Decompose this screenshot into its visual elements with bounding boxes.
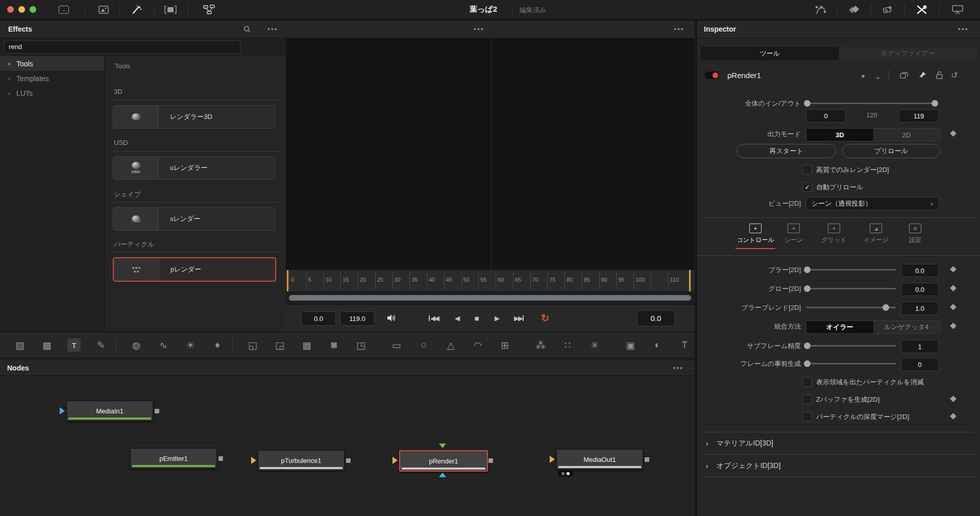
- image-plane3d-icon[interactable]: ▣: [621, 337, 640, 353]
- version-dot-icon[interactable]: ●: [861, 72, 865, 80]
- inout-range-slider[interactable]: [806, 103, 938, 104]
- hiq-checkbox[interactable]: [802, 165, 812, 175]
- preroll-button[interactable]: プリロール: [842, 144, 940, 158]
- shape3d-icon[interactable]: ◐: [648, 337, 667, 353]
- tool-urenderer[interactable]: USD uレンダラー: [113, 156, 275, 180]
- integration-euler[interactable]: オイラー: [806, 321, 873, 333]
- background-icon[interactable]: ▨: [10, 337, 30, 353]
- node-pturbulence1[interactable]: pTurbulence1: [258, 450, 345, 471]
- bspline-mask-icon[interactable]: ◠: [468, 337, 487, 353]
- chevron-down-icon[interactable]: ⌄: [874, 71, 881, 81]
- node-output-port[interactable]: [218, 456, 224, 461]
- reset-icon[interactable]: ↺: [951, 70, 958, 80]
- tab-tools[interactable]: ツール: [701, 47, 839, 60]
- pmerge-icon[interactable]: ∷: [558, 337, 577, 353]
- tab-controls[interactable]: ✦ コントロール: [733, 224, 777, 249]
- hue-curves-icon[interactable]: ♦: [208, 337, 227, 353]
- range-out-field[interactable]: 119.0: [340, 311, 375, 326]
- search-icon[interactable]: [243, 25, 251, 33]
- current-frame-field[interactable]: 0.0: [637, 310, 675, 326]
- go-to-start-button[interactable]: ◀◀: [423, 311, 444, 325]
- subframe-slider[interactable]: [806, 345, 896, 347]
- loop-button[interactable]: ↻: [536, 311, 554, 325]
- restart-button[interactable]: 再スタート: [737, 144, 836, 158]
- interface-layout-icon[interactable]: ⌄: [54, 4, 74, 16]
- viewer2-options-menu[interactable]: •••: [674, 25, 684, 33]
- inspector-toggle-icon[interactable]: [912, 4, 932, 16]
- slider-handle[interactable]: [804, 266, 811, 273]
- keyframe-icon[interactable]: [950, 396, 957, 402]
- blur-blend-slider[interactable]: [806, 307, 896, 308]
- node-bottom-port[interactable]: [439, 473, 446, 477]
- range-end-handle[interactable]: [932, 100, 938, 107]
- pemitter-icon[interactable]: ⁂: [531, 337, 550, 353]
- viewer1-options-menu[interactable]: •••: [474, 25, 484, 33]
- effects-options-menu[interactable]: •••: [267, 25, 278, 33]
- integration-rk4[interactable]: ルンゲクッタ4: [873, 321, 940, 333]
- zoom-window-button[interactable]: [30, 6, 36, 13]
- node-pemitter1[interactable]: pEmitter1: [130, 448, 217, 469]
- pregenerate-slider[interactable]: [806, 363, 896, 364]
- timeline-ruler[interactable]: 0510152025303540455055606570758085909510…: [286, 269, 694, 292]
- copy-settings-icon[interactable]: [900, 71, 908, 79]
- color-matte-icon[interactable]: ◙: [324, 337, 344, 353]
- range-end-field[interactable]: 119: [899, 109, 939, 122]
- node-prender1[interactable]: pRender1: [399, 450, 488, 472]
- keyframes-editor-icon[interactable]: [845, 4, 865, 16]
- tool-srender[interactable]: sレンダー: [113, 207, 275, 231]
- lock-icon[interactable]: [936, 71, 943, 79]
- output-mode-3d[interactable]: 3D: [806, 129, 873, 141]
- node-top-port[interactable]: [439, 444, 446, 448]
- fast-noise-icon[interactable]: ▩: [37, 337, 57, 353]
- node-mediaout1[interactable]: MediaOut1: [556, 449, 643, 470]
- glow2d-field[interactable]: 0.0: [901, 283, 939, 296]
- transform-icon[interactable]: ◳: [351, 337, 371, 353]
- node-graph[interactable]: MediaIn1pEmitter1pTurbulence1pRender1Med…: [0, 376, 694, 516]
- kill-particles-checkbox[interactable]: [802, 377, 812, 387]
- viewer-left[interactable]: [286, 38, 694, 269]
- node-output-port[interactable]: [346, 458, 351, 463]
- effects-library-icon[interactable]: [127, 4, 147, 16]
- clips-icon[interactable]: [160, 4, 181, 16]
- zbuffer-checkbox[interactable]: [802, 395, 812, 404]
- merge-icon[interactable]: ◱: [243, 337, 262, 353]
- blur2d-field[interactable]: 0.0: [901, 264, 939, 277]
- depth-merge-checkbox[interactable]: [802, 412, 812, 422]
- channel-booleans-icon[interactable]: ▦: [297, 337, 316, 353]
- keyframe-icon[interactable]: [950, 304, 957, 310]
- subframe-field[interactable]: 1: [901, 340, 939, 353]
- spline-editor-icon[interactable]: [811, 4, 831, 16]
- slider-handle[interactable]: [804, 285, 811, 292]
- keyframe-icon[interactable]: [950, 285, 957, 291]
- playhead[interactable]: [287, 270, 288, 291]
- slider-handle[interactable]: [804, 342, 811, 349]
- material-id-section[interactable]: › マテリアルID[3D]: [706, 439, 773, 448]
- play-button[interactable]: ▶: [488, 311, 505, 325]
- matte-control-icon[interactable]: ◲: [270, 337, 289, 353]
- minimize-window-button[interactable]: [18, 6, 25, 13]
- wireframe-mask-icon[interactable]: ⊞: [495, 337, 514, 353]
- node-output-port[interactable]: [488, 458, 494, 463]
- pin-icon[interactable]: [918, 71, 926, 79]
- play-reverse-button[interactable]: ◀: [448, 311, 465, 325]
- keyframe-icon[interactable]: [950, 130, 957, 137]
- range-in-field[interactable]: 0.0: [301, 311, 336, 326]
- pregenerate-field[interactable]: 0: [901, 358, 939, 371]
- tool-prender[interactable]: pレンダー: [113, 257, 276, 282]
- node-input-port[interactable]: [251, 457, 256, 464]
- slider-handle[interactable]: [804, 360, 811, 367]
- tab-scene[interactable]: ✦ シーン: [777, 224, 810, 249]
- node-mediain1[interactable]: MediaIn1: [66, 401, 153, 421]
- node-input-port[interactable]: [393, 457, 398, 464]
- tab-settings[interactable]: ⚙ 設定: [900, 224, 930, 249]
- tab-grid[interactable]: ✦ グリッド: [815, 224, 853, 249]
- color-curves-icon[interactable]: ∿: [154, 337, 173, 353]
- glow2d-slider[interactable]: [806, 288, 896, 289]
- auto-preroll-checkbox[interactable]: ✓: [802, 182, 812, 192]
- close-window-button[interactable]: [7, 6, 14, 13]
- inspector-options-menu[interactable]: •••: [958, 25, 969, 33]
- tool-renderer3d[interactable]: レンダラー3D: [113, 105, 275, 129]
- slider-handle[interactable]: [883, 304, 889, 311]
- object-id-section[interactable]: › オブジェクトID[3D]: [706, 461, 780, 471]
- timeline-scrollbar[interactable]: [289, 295, 691, 301]
